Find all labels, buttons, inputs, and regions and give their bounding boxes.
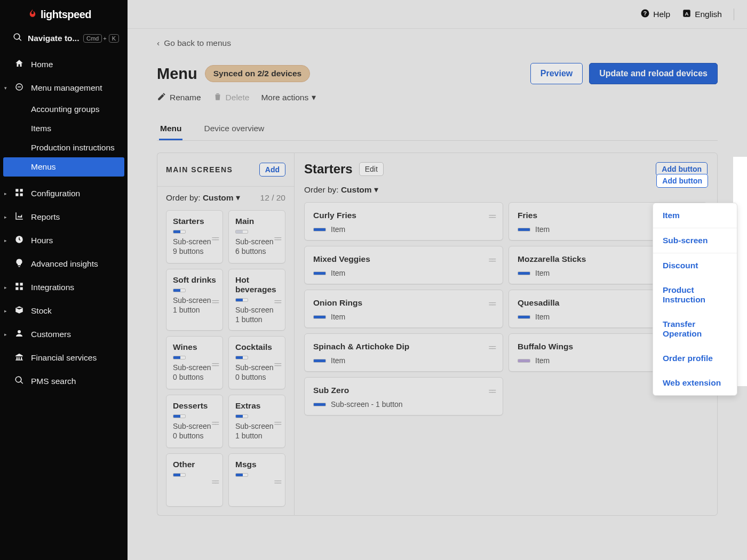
main-screen-card[interactable]: CocktailsSub-screen0 buttons== <box>228 336 285 389</box>
trash-icon <box>213 92 222 103</box>
card-title: Desserts <box>173 401 217 411</box>
preview-button[interactable]: Preview <box>530 63 583 84</box>
main-screen-card[interactable]: Other== <box>166 453 223 507</box>
menu-item-card[interactable]: Spinach & Artichoke DipItem== <box>304 333 503 372</box>
user-icon <box>13 329 26 340</box>
color-swatch <box>235 356 248 359</box>
language-icon: A <box>682 9 692 20</box>
sidebar: lightspeed Navigate to... Cmd + K Home ▾… <box>0 0 128 560</box>
menu-item-card[interactable]: Sub ZeroSub-screen - 1 button== <box>304 377 503 415</box>
nav-integrations[interactable]: ▸ Integrations <box>0 276 128 299</box>
drag-handle-icon[interactable]: == <box>212 361 218 369</box>
more-actions[interactable]: More actions ▾ <box>261 93 316 102</box>
main-screen-card[interactable]: WinesSub-screen0 buttons== <box>166 336 223 389</box>
color-swatch <box>313 228 326 231</box>
tab-device-overview[interactable]: Device overview <box>203 118 265 140</box>
tabs: Menu Device overview <box>157 118 718 141</box>
drag-handle-icon[interactable]: == <box>489 256 495 265</box>
box-icon <box>13 305 26 317</box>
main-screen-card[interactable]: DessertsSub-screen0 buttons== <box>166 395 223 448</box>
drag-handle-icon[interactable]: == <box>489 300 495 308</box>
home-icon <box>13 59 26 70</box>
main-screen-card[interactable]: ExtrasSub-screen1 button== <box>228 395 285 448</box>
drag-handle-icon[interactable]: == <box>489 387 495 396</box>
dropdown-item[interactable]: Item <box>653 203 737 228</box>
caret-down-icon: ▾ <box>312 93 316 102</box>
main-screen-card[interactable]: Hot beveragesSub-screen1 button== <box>228 269 285 331</box>
edit-section-button[interactable]: Edit <box>359 162 384 176</box>
main-screen-card[interactable]: MainSub-screen6 buttons== <box>228 210 285 263</box>
drag-handle-icon[interactable]: == <box>274 361 281 369</box>
nav-advanced-insights[interactable]: Advanced insights <box>0 252 128 276</box>
search-icon <box>13 375 26 387</box>
drag-handle-icon[interactable]: == <box>212 478 218 486</box>
main-screen-card[interactable]: StartersSub-screen9 buttons== <box>166 210 223 263</box>
divider <box>734 9 734 20</box>
add-button-button-highlight[interactable]: Add button <box>656 174 708 188</box>
add-main-screen-button[interactable]: Add <box>259 163 285 177</box>
dropdown-subscreen[interactable]: Sub-screen <box>653 228 737 253</box>
nav-menus[interactable]: Menus <box>3 157 124 177</box>
dropdown-web-extension[interactable]: Web extension <box>653 371 737 395</box>
menu-icon <box>13 82 26 94</box>
more-label: More actions <box>261 93 308 102</box>
main-screen-card[interactable]: Soft drinksSub-screen1 button== <box>166 269 223 331</box>
drag-handle-icon[interactable]: == <box>274 298 281 306</box>
nav-accounting-groups[interactable]: Accounting groups <box>0 100 128 119</box>
nav-financial-services[interactable]: Financial services <box>0 346 128 370</box>
orderby-detail[interactable]: Order by: Custom ▾ <box>304 185 378 195</box>
chart-icon <box>13 211 26 223</box>
nav-customers[interactable]: ▸ Customers <box>0 323 128 346</box>
update-reload-button[interactable]: Update and reload devices <box>589 63 718 84</box>
navigate-search[interactable]: Navigate to... Cmd + K <box>0 27 128 51</box>
drag-handle-icon[interactable]: == <box>274 419 281 428</box>
drag-handle-icon[interactable]: == <box>212 235 218 243</box>
nav-label: Hours <box>31 236 53 245</box>
help-link[interactable]: ? Help <box>640 9 670 20</box>
nav-label: PMS search <box>31 377 76 386</box>
tab-menu[interactable]: Menu <box>159 118 182 140</box>
color-swatch <box>313 359 326 363</box>
svg-rect-2 <box>20 189 23 191</box>
drag-handle-icon[interactable]: == <box>212 419 218 428</box>
screen-count: 12 / 20 <box>260 193 285 203</box>
nav-hours[interactable]: ▸ Hours <box>0 229 128 252</box>
rename-action[interactable]: Rename <box>157 92 201 103</box>
menu-item-card[interactable]: Onion RingsItem== <box>304 290 503 328</box>
search-icon <box>13 33 22 44</box>
add-button-dropdown: Item Sub-screen Discount Product Instruc… <box>653 203 737 396</box>
back-to-menus[interactable]: ‹ Go back to menus <box>157 38 718 48</box>
color-swatch <box>235 414 248 418</box>
nav-menu-management[interactable]: ▾ Menu management <box>0 76 128 100</box>
back-label: Go back to menus <box>164 38 231 48</box>
nav-pms-search[interactable]: PMS search <box>0 370 128 393</box>
menu-item-card[interactable]: Mixed VeggiesItem== <box>304 246 503 284</box>
chevron-right-icon: ▸ <box>4 332 7 337</box>
drag-handle-icon[interactable]: == <box>274 235 281 243</box>
card-title: Hot beverages <box>235 275 280 294</box>
dropdown-transfer-operation[interactable]: Transfer Operation <box>653 312 737 346</box>
language-link[interactable]: A English <box>682 9 722 20</box>
orderby[interactable]: Order by: Custom ▾ <box>166 193 240 203</box>
drag-handle-icon[interactable]: == <box>489 343 495 352</box>
dropdown-discount[interactable]: Discount <box>653 253 737 278</box>
nav-stock[interactable]: ▸ Stock <box>0 299 128 323</box>
drag-handle-icon[interactable]: == <box>274 478 281 486</box>
drag-handle-icon[interactable]: == <box>212 298 218 306</box>
main-screen-card[interactable]: Msgs== <box>228 453 285 507</box>
delete-label: Delete <box>226 93 250 102</box>
nav-configuration[interactable]: ▸ Configuration <box>0 182 128 205</box>
nav-reports[interactable]: ▸ Reports <box>0 205 128 229</box>
drag-handle-icon[interactable]: == <box>489 212 495 221</box>
help-label: Help <box>653 10 670 19</box>
menu-item-card[interactable]: Curly FriesItem== <box>304 202 503 241</box>
dropdown-product-instruction[interactable]: Product Instruction <box>653 278 737 312</box>
dropdown-order-profile[interactable]: Order profile <box>653 346 737 371</box>
item-type: Item <box>535 269 550 277</box>
item-type: Item <box>331 313 345 321</box>
nav-items[interactable]: Items <box>0 119 128 138</box>
card-title: Extras <box>235 401 280 411</box>
nav-home[interactable]: Home <box>0 53 128 76</box>
nav-label: Menu management <box>31 83 102 93</box>
nav-production-instructions[interactable]: Production instructions <box>0 138 128 157</box>
